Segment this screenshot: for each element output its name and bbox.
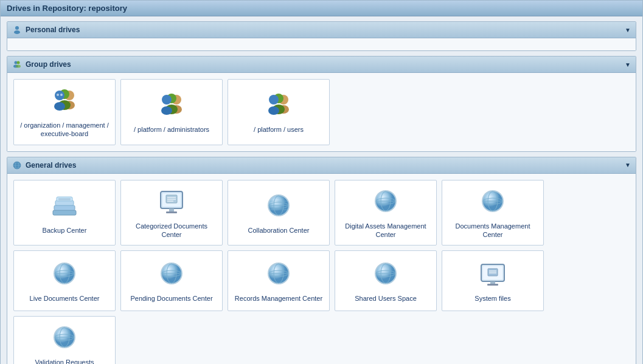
svg-point-24 [269,95,279,105]
svg-point-10 [55,91,64,100]
page-title: Drives in Repository: repository [1,1,642,16]
svg-point-19 [161,106,172,115]
svg-point-12 [57,94,59,96]
drive-digital-assets-label: Digital Assets Management Center [340,222,431,239]
personal-drives-collapse[interactable]: ▼ [625,27,631,33]
general-drives-header-left: General drives [12,160,76,170]
drive-platform-admin[interactable]: / platform / administrators [120,79,223,145]
svg-point-0 [15,26,19,30]
drive-pending-docs-label: Pending Documents Center [130,294,212,303]
drive-collaboration-label: Collaboration Center [248,226,310,235]
general-drives-content: Backup Center [7,174,636,364]
group-drives-section: Group drives ▼ [7,56,636,152]
general-drives-grid: Backup Center [13,180,630,364]
general-drives-icon [12,160,22,170]
page-wrapper: Drives in Repository: repository Persona… [0,0,643,364]
svg-rect-88 [487,284,498,286]
drive-validation[interactable]: Validation Requests Documents Center [13,316,116,364]
svg-point-13 [60,94,63,96]
svg-point-1 [14,30,20,34]
general-drives-collapse[interactable]: ▼ [625,162,631,168]
drive-platform-admin-icon [157,91,186,120]
drive-org-mgmt-label: / organization / management / executive-… [19,121,110,139]
drive-collaboration-icon [264,192,293,221]
drive-validation-label: Validation Requests Documents Center [19,358,110,364]
svg-rect-32 [54,205,75,210]
drive-system-files-label: System files [474,294,510,303]
svg-rect-43 [169,208,174,211]
general-drives-header[interactable]: General drives ▼ [7,157,636,174]
svg-point-11 [54,102,65,111]
group-drives-content: / organization / management / executive-… [7,73,636,151]
svg-rect-44 [166,211,177,213]
drive-platform-users-label: / platform / users [254,125,304,134]
drive-records-mgmt[interactable]: Records Management Center [228,250,330,311]
drive-platform-admin-label: / platform / administrators [134,125,209,134]
drive-digital-assets-icon [371,188,400,217]
group-drives-title: Group drives [26,60,71,69]
group-drives-header[interactable]: Group drives ▼ [7,57,636,73]
group-drives-header-left: Group drives [12,60,71,69]
drive-documents-mgmt-icon [478,188,507,217]
drive-org-mgmt[interactable]: / organization / management / executive-… [13,79,116,145]
svg-rect-84 [488,269,498,276]
drive-system-files[interactable]: System files [442,250,544,311]
drive-categorized-label: Categorized Documents Center [126,222,217,239]
drive-backup-icon [50,192,79,221]
svg-rect-31 [53,210,76,215]
drive-shared-users-label: Shared Users Space [355,294,417,303]
drive-records-mgmt-label: Records Management Center [235,294,322,303]
svg-point-18 [162,95,172,105]
drive-live-docs-icon [50,260,79,289]
drive-pending-docs[interactable]: Pending Documents Center [120,250,223,311]
group-drives-grid: / organization / management / executive-… [13,79,630,145]
drive-live-docs[interactable]: Live Documents Center [13,250,116,311]
drive-live-docs-label: Live Documents Center [30,294,100,303]
personal-drives-content [7,38,636,50]
drive-org-mgmt-icon [50,87,79,116]
drive-backup-label: Backup Center [43,226,87,235]
svg-rect-87 [490,281,495,284]
personal-drives-header[interactable]: Personal drives ▼ [7,22,636,38]
general-drives-section: General drives ▼ [7,157,636,364]
svg-point-5 [16,65,21,68]
drive-collaboration[interactable]: Collaboration Center [228,180,330,246]
drive-shared-users[interactable]: Shared Users Space [335,250,437,311]
drive-categorized[interactable]: Categorized Documents Center [120,180,223,246]
drive-digital-assets[interactable]: Digital Assets Management Center [335,180,437,246]
general-drives-title: General drives [26,161,76,170]
drive-shared-users-icon [371,260,400,289]
drive-platform-users-icon [264,91,293,120]
svg-point-25 [268,106,279,115]
group-drives-icon [12,60,22,69]
drive-categorized-icon [157,188,186,217]
drive-records-mgmt-icon [264,260,293,289]
group-drives-collapse[interactable]: ▼ [625,61,631,68]
drive-platform-users[interactable]: / platform / users [228,79,330,145]
drive-documents-mgmt-label: Documents Management Center [447,222,538,239]
drive-backup[interactable]: Backup Center [13,180,116,246]
drive-validation-icon [50,324,79,353]
drive-system-files-icon [478,260,507,289]
svg-point-3 [17,61,20,64]
personal-drives-section: Personal drives ▼ [7,21,636,51]
personal-drives-icon [12,25,22,35]
drive-pending-docs-icon [157,260,186,289]
drive-documents-mgmt[interactable]: Documents Management Center [442,180,544,246]
personal-drives-header-left: Personal drives [12,25,80,35]
personal-drives-title: Personal drives [26,26,80,34]
